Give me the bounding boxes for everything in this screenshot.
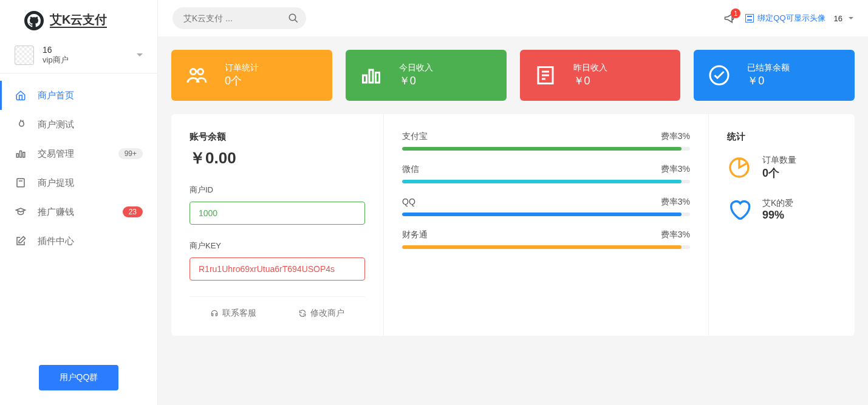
pie-chart-icon [727, 155, 751, 180]
graduation-cap-icon [15, 206, 27, 218]
calculator-icon [15, 177, 27, 189]
user-avatar-placeholder [15, 46, 34, 65]
main: 1 绑定QQ可显示头像 16 订单统计 0 [158, 0, 868, 405]
merchant-id-label: 商户ID [190, 185, 365, 196]
svg-line-9 [295, 19, 298, 22]
rate-alipay: 支付宝费率3% [402, 131, 690, 151]
caret-down-icon [849, 17, 853, 20]
rates-panel: 支付宝费率3% 微信费率3% QQ费率3% 财务通费率3% [384, 114, 709, 336]
search [173, 7, 306, 29]
svg-rect-3 [17, 179, 24, 187]
svg-rect-0 [16, 154, 18, 157]
user-id: 16 [43, 45, 69, 55]
nav-home[interactable]: 商户首页 [0, 81, 157, 110]
nav-label: 推广赚钱 [38, 206, 74, 218]
content: 订单统计 0个 今日收入 ￥0 [158, 36, 868, 349]
balance-value: ￥0.00 [190, 148, 365, 169]
check-circle-icon [708, 64, 730, 86]
svg-point-8 [289, 14, 296, 21]
headset-icon [210, 309, 219, 318]
rate-qq: QQ费率3% [402, 197, 690, 216]
nav: 商户首页 商户测试 交易管理 99+ 商户提现 [0, 73, 157, 350]
svg-rect-1 [20, 151, 22, 158]
nav-label: 商户首页 [38, 90, 74, 101]
edit-icon [15, 235, 27, 247]
flame-icon [15, 118, 27, 131]
merchant-key-label: 商户KEY [190, 240, 365, 251]
nav-label: 插件中心 [38, 236, 74, 247]
user-selector[interactable]: 16 vip商户 [0, 38, 157, 73]
svg-rect-13 [369, 70, 373, 83]
stat-today[interactable]: 今日收入 ￥0 [346, 50, 507, 101]
brand-name: 艾K云支付 [50, 13, 107, 28]
rate-wechat: 微信费率3% [402, 164, 690, 183]
contact-support[interactable]: 联系客服 [210, 308, 256, 319]
stat-label: 已结算余额 [747, 63, 790, 73]
nav-promote[interactable]: 推广赚钱 23 [0, 197, 157, 226]
balance-title: 账号余额 [190, 131, 365, 143]
avatar-text: 绑定QQ可显示头像 [757, 13, 825, 24]
svg-point-11 [198, 69, 203, 75]
nav-transactions[interactable]: 交易管理 99+ [0, 139, 157, 168]
brand[interactable]: 艾K云支付 [0, 0, 157, 38]
nav-label: 商户测试 [38, 119, 74, 131]
nav-badge: 23 [123, 206, 143, 217]
stat-value: ￥0 [399, 73, 433, 88]
topbar-user[interactable]: 绑定QQ可显示头像 16 [745, 13, 853, 24]
topbar-uid: 16 [834, 14, 842, 23]
stat-yesterday[interactable]: 昨日收入 ￥0 [520, 50, 681, 101]
bar-chart-icon [360, 64, 382, 86]
qq-group-button[interactable]: 用户QQ群 [39, 365, 119, 390]
home-icon [15, 89, 27, 101]
merchant-id-field[interactable]: 1000 [190, 202, 365, 225]
search-icon[interactable] [288, 13, 299, 24]
panels: 账号余额 ￥0.00 商户ID 1000 商户KEY R1ru1Uhro69xr… [171, 114, 855, 336]
stat-value: 0个 [225, 73, 259, 88]
nav-badge: 99+ [118, 148, 143, 159]
notify-badge: 1 [731, 9, 740, 18]
svg-rect-2 [23, 152, 25, 157]
stat-item-love: 艾K的爱 99% [727, 197, 836, 222]
nav-label: 商户提现 [38, 177, 74, 189]
svg-rect-12 [363, 75, 366, 83]
stats-panel: 统计 订单数量 0个 [709, 114, 855, 336]
stat-label: 昨日收入 [573, 63, 607, 73]
stats-title: 统计 [727, 131, 836, 143]
user-type: vip商户 [43, 55, 69, 66]
stat-orders[interactable]: 订单统计 0个 [171, 50, 332, 101]
broken-image-icon [745, 14, 754, 22]
stat-value: ￥0 [747, 73, 790, 88]
svg-point-10 [191, 69, 196, 75]
nav-label: 交易管理 [38, 148, 74, 160]
topbar: 1 绑定QQ可显示头像 16 [158, 0, 868, 36]
bar-chart-icon [15, 148, 27, 160]
stat-settled[interactable]: 已结算余额 ￥0 [694, 50, 855, 101]
refresh-icon [298, 309, 307, 318]
rate-caiwutong: 财务通费率3% [402, 230, 690, 249]
github-icon [24, 11, 44, 30]
modify-merchant[interactable]: 修改商户 [298, 308, 344, 319]
users-icon [186, 64, 208, 86]
search-input[interactable] [173, 7, 306, 29]
svg-rect-14 [375, 73, 379, 83]
stat-value: ￥0 [573, 73, 607, 88]
heart-icon [727, 197, 751, 222]
chevron-down-icon [137, 53, 143, 57]
nav-test[interactable]: 商户测试 [0, 110, 157, 139]
nav-plugins[interactable]: 插件中心 [0, 226, 157, 256]
stat-item-orders: 订单数量 0个 [727, 155, 836, 180]
receipt-icon [535, 64, 556, 86]
stat-cards: 订单统计 0个 今日收入 ￥0 [171, 50, 855, 101]
notifications[interactable]: 1 [723, 12, 736, 24]
balance-panel: 账号余额 ￥0.00 商户ID 1000 商户KEY R1ru1Uhro69xr… [171, 114, 384, 336]
stat-label: 今日收入 [399, 63, 433, 73]
nav-withdraw[interactable]: 商户提现 [0, 168, 157, 197]
stat-label: 订单统计 [225, 63, 259, 73]
merchant-key-field[interactable]: R1ru1Uhro69xrUtua6rT694USOP4s [190, 257, 365, 281]
sidebar: 艾K云支付 16 vip商户 商户首页 商户测 [0, 0, 158, 405]
